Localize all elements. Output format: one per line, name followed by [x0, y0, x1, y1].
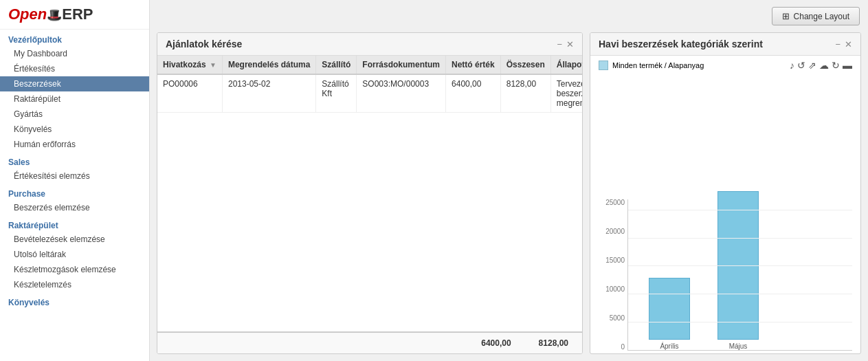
ajanlatok-panel-header: Ajánlatok kérése − ✕ — [157, 33, 582, 56]
sidebar-item-gyartas[interactable]: Gyártás — [0, 107, 149, 122]
chart-toolbar-icons: ♪ ↺ ⇗ ☁ ↻ ▬ — [790, 60, 852, 71]
footer-osszesen: 8128,00 — [539, 338, 568, 348]
panel-close-btn[interactable]: ✕ — [566, 40, 574, 49]
sidebar-item-beszerzesek[interactable]: Beszerzések — [0, 76, 149, 91]
cell-megrendeles: 2013-05-02 — [222, 74, 315, 113]
sort-arrow-icon: ▼ — [210, 61, 216, 69]
logo-area: Open🎩ERP — [0, 0, 149, 30]
change-layout-label: Change Layout — [794, 12, 849, 21]
cell-forras: SO003:MO/00003 — [357, 74, 446, 113]
toolbar: ⊞ Change Layout — [150, 0, 868, 32]
sidebar-item-human[interactable]: Humán erőforrás — [0, 137, 149, 152]
col-hivatkozas[interactable]: Hivatkozás ▼ — [157, 56, 222, 74]
chart-title: Havi beszerzések kategóriák szerint — [599, 39, 763, 50]
sidebar-section-sales[interactable]: Sales — [0, 152, 149, 168]
sidebar-section-vezerlőpultok[interactable]: Vezérlőpultok — [0, 30, 149, 46]
col-netto[interactable]: Nettó érték — [446, 56, 501, 74]
y-label-15000: 15000 — [599, 257, 625, 264]
refresh-icon[interactable]: ↺ — [797, 60, 805, 71]
cell-hivatkozas: PO00006 — [157, 74, 222, 113]
bar-aprilis — [649, 278, 690, 340]
bar-chart: 0 5000 10000 15000 20000 25000 — [599, 199, 852, 351]
y-label-5000: 5000 — [599, 315, 625, 322]
sidebar-item-raktarepulet[interactable]: Raktárépület — [0, 91, 149, 107]
sidebar-item-keszletelemzes[interactable]: Készletelemzés — [0, 277, 149, 292]
panels: Ajánlatok kérése − ✕ Hivatkozás ▼ — [150, 32, 868, 361]
y-label-0: 0 — [599, 344, 625, 351]
sidebar-section-konyv-bottom[interactable]: Könyvelés — [0, 292, 149, 309]
y-label-25000: 25000 — [599, 199, 625, 206]
folder-icon[interactable]: ▬ — [843, 60, 852, 71]
col-osszesen[interactable]: Összesen — [500, 56, 550, 74]
music-icon[interactable]: ♪ — [790, 60, 794, 71]
sidebar-item-ertekesitesi-elemzes[interactable]: Értékesítési elemzés — [0, 168, 149, 184]
sidebar-item-konyv[interactable]: Könyvelés — [0, 122, 149, 137]
table-row[interactable]: PO00006 2013-05-02 Szállító Kft SO003:MO… — [157, 74, 582, 113]
sidebar-item-my-dashboard[interactable]: My Dashboard — [0, 46, 149, 61]
col-allapot[interactable]: Állapot — [550, 56, 582, 74]
layout-icon: ⊞ — [782, 11, 790, 21]
y-label-10000: 10000 — [599, 286, 625, 293]
ajanlatok-title: Ajánlatok kérése — [166, 39, 242, 50]
col-megrendeles[interactable]: Megrendelés dátuma — [222, 56, 315, 74]
ajanlatok-panel: Ajánlatok kérése − ✕ Hivatkozás ▼ — [157, 32, 583, 354]
chart-legend: Minden termék / Alapanyag ♪ ↺ ⇗ ☁ ↻ ▬ — [590, 56, 860, 71]
col-forras[interactable]: Forrásdokumentum — [357, 56, 446, 74]
cell-szallito: Szállító Kft — [316, 74, 357, 113]
chart-panel-minus-btn[interactable]: − — [835, 40, 841, 49]
chart-panel-controls: − ✕ — [835, 40, 852, 49]
cell-netto: 6400,00 — [446, 74, 501, 113]
share-icon[interactable]: ⇗ — [808, 60, 816, 71]
y-axis: 0 5000 10000 15000 20000 25000 — [599, 199, 627, 351]
logo: Open🎩ERP — [8, 6, 93, 23]
panel-controls: − ✕ — [557, 40, 574, 49]
cloud-icon[interactable]: ☁ — [819, 60, 829, 71]
sidebar-item-utolso-leltarak[interactable]: Utolsó leltárak — [0, 247, 149, 262]
sidebar-item-ertekesites[interactable]: Értékesítés — [0, 61, 149, 76]
col-szallito[interactable]: Szállító — [316, 56, 357, 74]
cell-allapot: Tervezet beszerzési megrendelés — [550, 74, 582, 113]
footer-netto: 6400,00 — [481, 338, 511, 348]
bar-label-aprilis: Április — [660, 342, 678, 350]
sidebar: Open🎩ERP Vezérlőpultok My Dashboard Érté… — [0, 0, 150, 361]
main-content: ⊞ Change Layout Ajánlatok kérése − ✕ Hi — [150, 0, 868, 361]
sidebar-item-bevetelesek[interactable]: Bevételezések elemzése — [0, 232, 149, 247]
legend-color — [599, 61, 608, 70]
chart-panel-header: Havi beszerzések kategóriák szerint − ✕ — [590, 33, 860, 56]
cell-osszesen: 8128,00 — [500, 74, 550, 113]
bar-label-majus: Május — [729, 342, 748, 350]
ajanlatok-table: Hivatkozás ▼ Megrendelés dátuma Szállító… — [157, 56, 582, 113]
change-layout-button[interactable]: ⊞ Change Layout — [772, 7, 860, 25]
sidebar-item-beszerzes-elemzese[interactable]: Beszerzés elemzése — [0, 200, 149, 215]
chart-area: 0 5000 10000 15000 20000 25000 — [590, 71, 860, 353]
chart-panel: Havi beszerzések kategóriák szerint − ✕ … — [590, 32, 861, 354]
y-label-20000: 20000 — [599, 228, 625, 235]
table-footer: 6400,00 8128,00 — [157, 331, 582, 353]
legend-label: Minden termék / Alapanyag — [612, 61, 704, 69]
sidebar-item-keszletmozgasok[interactable]: Készletmozgások elemzése — [0, 262, 149, 277]
bar-group-majus: Május — [717, 191, 759, 350]
sidebar-section-purchase[interactable]: Purchase — [0, 184, 149, 200]
panel-minus-btn[interactable]: − — [557, 40, 562, 49]
bars-area: Április Május — [627, 199, 852, 351]
chart-panel-close-btn[interactable]: ✕ — [845, 40, 852, 49]
loop-icon[interactable]: ↻ — [832, 60, 840, 71]
sidebar-section-raktarepulet[interactable]: Raktárépület — [0, 215, 149, 232]
bar-majus — [717, 191, 759, 340]
bar-group-aprilis: Április — [649, 278, 690, 350]
